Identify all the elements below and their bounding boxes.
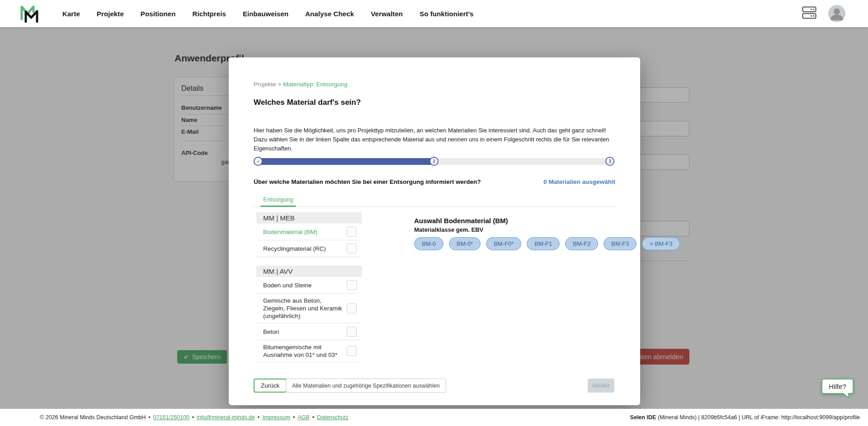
dialog-columns: MM | MEB Bodenmaterial (BM) Recyclingmat… [256, 212, 618, 362]
footer-link[interactable]: AGB [297, 414, 309, 421]
step-2-indicator: 2 [429, 157, 439, 166]
progress-stepper: ✓ 2 3 [254, 156, 614, 166]
footer-separator: • [312, 414, 314, 421]
material-list-item[interactable]: Bodenmaterial (BM) [256, 224, 362, 240]
footer-link[interactable]: Datenschutz [317, 414, 348, 421]
material-class-chip[interactable]: > BM-F3 [642, 237, 680, 250]
screen: Anwenderprofil Details Benutzername Name… [0, 0, 868, 426]
footer-separator: • [192, 414, 194, 421]
material-label: Boden und Steine [263, 281, 347, 289]
breadcrumb-current: Materialtyp: Entsorgung [283, 81, 348, 88]
material-class-chip[interactable]: BM-F2 [565, 237, 598, 250]
material-checkbox[interactable] [347, 327, 357, 337]
material-group-header: MM | MEB [256, 212, 362, 224]
selected-materials-count-link[interactable]: 0 Materialien ausgewählt [543, 178, 615, 185]
server-icon[interactable] [802, 6, 816, 21]
material-list-item[interactable]: Gemische aus Beton, Ziegeln, Fliesen und… [256, 294, 362, 323]
material-list-item[interactable]: Boden und Steine [256, 277, 362, 294]
material-label: Recyclingmaterial (RC) [263, 245, 347, 253]
material-group-header: MM | AVV [256, 266, 362, 277]
ide-name: Selen IDE [630, 414, 656, 421]
nav-right-controls [802, 0, 845, 27]
material-label: Bodenmaterial (BM) [263, 228, 347, 236]
breadcrumb-separator: > [278, 81, 281, 88]
nav-menu-item[interactable]: Analyse Check [305, 10, 354, 18]
material-class-chip[interactable]: BM-F0* [486, 237, 521, 250]
footer-left: © 2026 Mineral Minds Deutschland GmbH • … [40, 414, 349, 421]
progress-fill [254, 158, 437, 165]
material-selection-dialog: Projekte > Materialtyp: Entsorgung Welch… [229, 57, 640, 405]
selection-title: Auswahl Bodenmaterial (BM) [414, 217, 618, 225]
question-row: Über welche Materialien möchten Sie bei … [254, 178, 615, 185]
material-class-chip[interactable]: BM-F1 [527, 237, 560, 250]
tab-bar: Entsorgung [254, 193, 615, 207]
footer-links: • 07151/250100 • info@mineral-minds.de •… [146, 414, 348, 421]
nav-menu-item[interactable]: Verwalten [371, 10, 403, 18]
nav-menu-item[interactable]: So funktioniert's [420, 10, 473, 18]
material-class-chip[interactable]: BM-0 [414, 237, 443, 250]
nav-menu-item[interactable]: Karte [62, 10, 80, 18]
help-label: Hilfe? [829, 383, 846, 390]
material-label: Beton [263, 328, 347, 336]
dialog-title: Welches Material darf's sein? [254, 98, 361, 107]
material-list-item[interactable]: Bitumengemische mit Ausnahme von 01* und… [256, 340, 362, 362]
material-group-items: Boden und Steine Gemische aus Beton, Zie… [256, 277, 362, 362]
copyright-text: © 2026 Mineral Minds Deutschland GmbH [40, 414, 146, 421]
material-group-items: Bodenmaterial (BM) Recyclingmaterial (RC… [256, 224, 362, 257]
tab-entsorgung[interactable]: Entsorgung [260, 196, 296, 207]
material-class-chip[interactable]: BM-F3 [604, 237, 637, 250]
breadcrumb: Projekte > Materialtyp: Entsorgung [254, 81, 348, 88]
material-checkbox[interactable] [347, 304, 357, 314]
footer-separator: • [258, 414, 259, 421]
nav-menu-item[interactable]: Projekte [97, 10, 124, 18]
footer-link[interactable]: Impressum [262, 414, 290, 421]
step-1-done-indicator: ✓ [254, 157, 263, 166]
selection-panel: Auswahl Bodenmaterial (BM) Materialklass… [414, 217, 618, 250]
material-checkbox[interactable] [347, 243, 357, 253]
selection-subtitle: Materialklasse gem. EBV [414, 226, 618, 233]
material-label: Gemische aus Beton, Ziegeln, Fliesen und… [263, 297, 347, 320]
footer-separator: • [293, 414, 295, 421]
mineral-minds-logo-icon[interactable] [20, 5, 39, 23]
material-list-item[interactable]: Beton [256, 323, 362, 340]
top-navbar: KarteProjektePositionenRichtpreisEinbauw… [0, 0, 868, 27]
footer-right: Selen IDE (Mineral Minds) | 8209b5fc54a6… [630, 414, 860, 421]
help-bubble-tail-fill [843, 393, 848, 397]
material-checkbox[interactable] [347, 346, 357, 356]
nav-menu-item[interactable]: Richtpreis [193, 10, 226, 18]
question-text: Über welche Materialien möchten Sie bei … [254, 178, 481, 185]
footer-link[interactable]: info@mineral-minds.de [197, 414, 255, 421]
material-class-chip[interactable]: BM-0* [449, 237, 481, 250]
nav-menu-item[interactable]: Einbauweisen [243, 10, 288, 18]
step-3-indicator: 3 [605, 157, 614, 166]
dialog-footer-buttons: Zurück Alle Materialien und zugehörige S… [254, 379, 615, 393]
ide-info: (Mineral Minds) | 8209b5fc54a6 | URL of … [656, 414, 860, 421]
breadcrumb-root[interactable]: Projekte [254, 81, 276, 88]
page-footer: © 2026 Mineral Minds Deutschland GmbH • … [0, 409, 868, 426]
footer-separator: • [148, 414, 150, 421]
dialog-description: Hier haben Sie die Möglichkeit, uns pro … [254, 126, 621, 153]
next-button-disabled[interactable]: Weiter [588, 379, 614, 393]
help-bubble-button[interactable]: Hilfe? [821, 379, 854, 394]
nav-menu-item[interactable]: Positionen [141, 10, 176, 18]
material-class-chips: BM-0BM-0*BM-F0*BM-F1BM-F2BM-F3> BM-F3 [414, 237, 618, 250]
nav-menu: KarteProjektePositionenRichtpreisEinbauw… [62, 0, 474, 27]
material-label: Bitumengemische mit Ausnahme von 01* und… [263, 343, 347, 359]
back-button[interactable]: Zurück [254, 379, 287, 393]
material-list-item[interactable]: Recyclingmaterial (RC) [256, 240, 362, 257]
user-avatar[interactable] [828, 5, 845, 22]
material-checkbox[interactable] [347, 227, 357, 237]
footer-link[interactable]: 07151/250100 [153, 414, 189, 421]
material-checkbox[interactable] [347, 280, 357, 290]
select-all-materials-button[interactable]: Alle Materialien und zugehörige Spezifik… [286, 379, 446, 393]
material-list: MM | MEB Bodenmaterial (BM) Recyclingmat… [256, 212, 362, 362]
